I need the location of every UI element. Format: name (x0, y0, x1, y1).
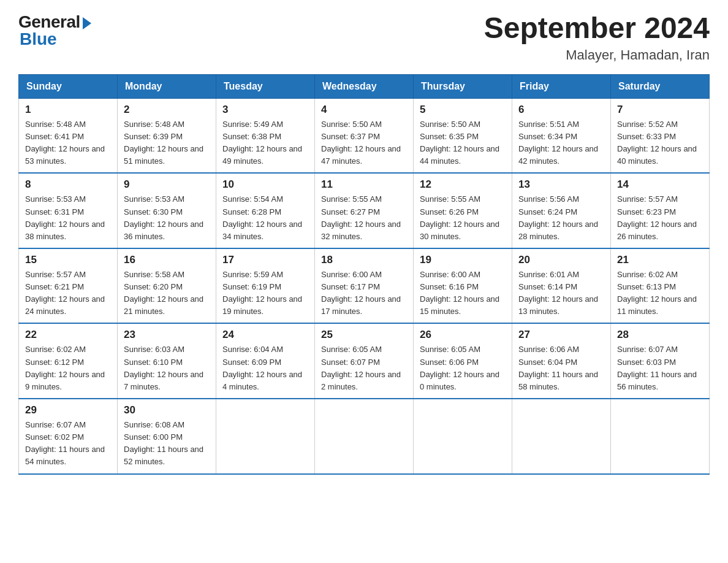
table-row: 15 Sunrise: 5:57 AMSunset: 6:21 PMDaylig… (19, 248, 118, 324)
day-info: Sunrise: 5:48 AMSunset: 6:39 PMDaylight:… (124, 120, 203, 166)
day-number: 17 (222, 254, 308, 266)
table-row: 3 Sunrise: 5:49 AMSunset: 6:38 PMDayligh… (216, 98, 315, 173)
table-row: 27 Sunrise: 6:06 AMSunset: 6:04 PMDaylig… (512, 323, 611, 399)
table-row: 23 Sunrise: 6:03 AMSunset: 6:10 PMDaylig… (118, 323, 216, 399)
header-saturday: Saturday (611, 74, 710, 98)
table-row: 29 Sunrise: 6:07 AMSunset: 6:02 PMDaylig… (19, 399, 118, 474)
day-info: Sunrise: 5:51 AMSunset: 6:34 PMDaylight:… (518, 120, 598, 166)
day-info: Sunrise: 5:57 AMSunset: 6:23 PMDaylight:… (617, 194, 697, 240)
day-info: Sunrise: 6:07 AMSunset: 6:03 PMDaylight:… (617, 345, 697, 391)
day-number: 27 (518, 329, 604, 341)
table-row: 21 Sunrise: 6:02 AMSunset: 6:13 PMDaylig… (611, 248, 710, 324)
day-info: Sunrise: 6:04 AMSunset: 6:09 PMDaylight:… (222, 345, 302, 391)
day-number: 23 (124, 329, 210, 341)
day-info: Sunrise: 5:57 AMSunset: 6:21 PMDaylight:… (25, 270, 105, 316)
table-row: 11 Sunrise: 5:55 AMSunset: 6:27 PMDaylig… (315, 173, 414, 248)
day-info: Sunrise: 5:58 AMSunset: 6:20 PMDaylight:… (124, 270, 203, 316)
table-row: 2 Sunrise: 5:48 AMSunset: 6:39 PMDayligh… (118, 98, 216, 173)
day-info: Sunrise: 5:56 AMSunset: 6:24 PMDaylight:… (518, 194, 598, 240)
table-row: 30 Sunrise: 6:08 AMSunset: 6:00 PMDaylig… (118, 399, 216, 474)
day-info: Sunrise: 5:53 AMSunset: 6:30 PMDaylight:… (124, 194, 203, 240)
header-tuesday: Tuesday (216, 74, 315, 98)
table-row (512, 399, 611, 474)
day-info: Sunrise: 5:59 AMSunset: 6:19 PMDaylight:… (222, 270, 302, 316)
header-thursday: Thursday (414, 74, 512, 98)
day-number: 21 (617, 254, 703, 266)
day-number: 28 (617, 329, 703, 341)
table-row: 9 Sunrise: 5:53 AMSunset: 6:30 PMDayligh… (118, 173, 216, 248)
table-row: 19 Sunrise: 6:00 AMSunset: 6:16 PMDaylig… (414, 248, 512, 324)
day-number: 7 (617, 104, 703, 116)
table-row: 20 Sunrise: 6:01 AMSunset: 6:14 PMDaylig… (512, 248, 611, 324)
day-number: 12 (420, 178, 506, 191)
calendar-week-row: 15 Sunrise: 5:57 AMSunset: 6:21 PMDaylig… (19, 248, 710, 324)
table-row: 10 Sunrise: 5:54 AMSunset: 6:28 PMDaylig… (216, 173, 315, 248)
calendar-week-row: 22 Sunrise: 6:02 AMSunset: 6:12 PMDaylig… (19, 323, 710, 399)
day-number: 19 (420, 254, 506, 266)
header-wednesday: Wednesday (315, 74, 414, 98)
table-row (216, 399, 315, 474)
day-number: 6 (518, 104, 604, 116)
day-info: Sunrise: 6:07 AMSunset: 6:02 PMDaylight:… (25, 420, 105, 466)
day-info: Sunrise: 5:48 AMSunset: 6:41 PMDaylight:… (25, 120, 105, 166)
table-row: 28 Sunrise: 6:07 AMSunset: 6:03 PMDaylig… (611, 323, 710, 399)
day-info: Sunrise: 5:49 AMSunset: 6:38 PMDaylight:… (222, 120, 302, 166)
day-info: Sunrise: 6:00 AMSunset: 6:16 PMDaylight:… (420, 270, 499, 316)
day-info: Sunrise: 6:01 AMSunset: 6:14 PMDaylight:… (518, 270, 598, 316)
table-row: 12 Sunrise: 5:55 AMSunset: 6:26 PMDaylig… (414, 173, 512, 248)
calendar-week-row: 1 Sunrise: 5:48 AMSunset: 6:41 PMDayligh… (19, 98, 710, 173)
table-row: 14 Sunrise: 5:57 AMSunset: 6:23 PMDaylig… (611, 173, 710, 248)
day-info: Sunrise: 6:03 AMSunset: 6:10 PMDaylight:… (124, 345, 203, 391)
table-row: 24 Sunrise: 6:04 AMSunset: 6:09 PMDaylig… (216, 323, 315, 399)
day-number: 8 (25, 178, 111, 191)
title-block: September 2024 Malayer, Hamadan, Iran (484, 12, 710, 63)
day-info: Sunrise: 6:05 AMSunset: 6:06 PMDaylight:… (420, 345, 499, 391)
logo-arrow-icon (83, 17, 91, 29)
day-number: 29 (25, 404, 111, 416)
day-info: Sunrise: 5:50 AMSunset: 6:35 PMDaylight:… (420, 120, 499, 166)
day-number: 22 (25, 329, 111, 341)
table-row (414, 399, 512, 474)
day-number: 24 (222, 329, 308, 341)
day-number: 26 (420, 329, 506, 341)
header-sunday: Sunday (19, 74, 118, 98)
day-number: 14 (617, 178, 703, 191)
table-row: 22 Sunrise: 6:02 AMSunset: 6:12 PMDaylig… (19, 323, 118, 399)
table-row: 16 Sunrise: 5:58 AMSunset: 6:20 PMDaylig… (118, 248, 216, 324)
header-friday: Friday (512, 74, 611, 98)
table-row: 5 Sunrise: 5:50 AMSunset: 6:35 PMDayligh… (414, 98, 512, 173)
day-number: 4 (321, 104, 407, 116)
calendar-header-row: Sunday Monday Tuesday Wednesday Thursday… (19, 74, 710, 98)
day-info: Sunrise: 6:00 AMSunset: 6:17 PMDaylight:… (321, 270, 401, 316)
day-number: 11 (321, 178, 407, 191)
day-info: Sunrise: 6:08 AMSunset: 6:00 PMDaylight:… (124, 420, 203, 466)
table-row: 1 Sunrise: 5:48 AMSunset: 6:41 PMDayligh… (19, 98, 118, 173)
table-row: 7 Sunrise: 5:52 AMSunset: 6:33 PMDayligh… (611, 98, 710, 173)
day-number: 2 (124, 104, 210, 116)
logo: General Blue (18, 12, 91, 49)
day-info: Sunrise: 5:53 AMSunset: 6:31 PMDaylight:… (25, 194, 105, 240)
calendar-week-row: 8 Sunrise: 5:53 AMSunset: 6:31 PMDayligh… (19, 173, 710, 248)
day-info: Sunrise: 5:55 AMSunset: 6:26 PMDaylight:… (420, 194, 499, 240)
day-info: Sunrise: 5:52 AMSunset: 6:33 PMDaylight:… (617, 120, 697, 166)
table-row: 17 Sunrise: 5:59 AMSunset: 6:19 PMDaylig… (216, 248, 315, 324)
table-row: 18 Sunrise: 6:00 AMSunset: 6:17 PMDaylig… (315, 248, 414, 324)
day-info: Sunrise: 6:02 AMSunset: 6:12 PMDaylight:… (25, 345, 105, 391)
day-info: Sunrise: 5:54 AMSunset: 6:28 PMDaylight:… (222, 194, 302, 240)
logo-blue-text: Blue (20, 29, 57, 49)
day-info: Sunrise: 5:50 AMSunset: 6:37 PMDaylight:… (321, 120, 401, 166)
table-row: 25 Sunrise: 6:05 AMSunset: 6:07 PMDaylig… (315, 323, 414, 399)
header-monday: Monday (118, 74, 216, 98)
day-number: 9 (124, 178, 210, 191)
day-number: 18 (321, 254, 407, 266)
table-row (611, 399, 710, 474)
table-row: 13 Sunrise: 5:56 AMSunset: 6:24 PMDaylig… (512, 173, 611, 248)
calendar-table: Sunday Monday Tuesday Wednesday Thursday… (18, 74, 710, 475)
calendar-title: September 2024 (484, 12, 710, 45)
day-number: 30 (124, 404, 210, 416)
table-row (315, 399, 414, 474)
day-number: 20 (518, 254, 604, 266)
calendar-week-row: 29 Sunrise: 6:07 AMSunset: 6:02 PMDaylig… (19, 399, 710, 474)
table-row: 26 Sunrise: 6:05 AMSunset: 6:06 PMDaylig… (414, 323, 512, 399)
day-number: 3 (222, 104, 308, 116)
